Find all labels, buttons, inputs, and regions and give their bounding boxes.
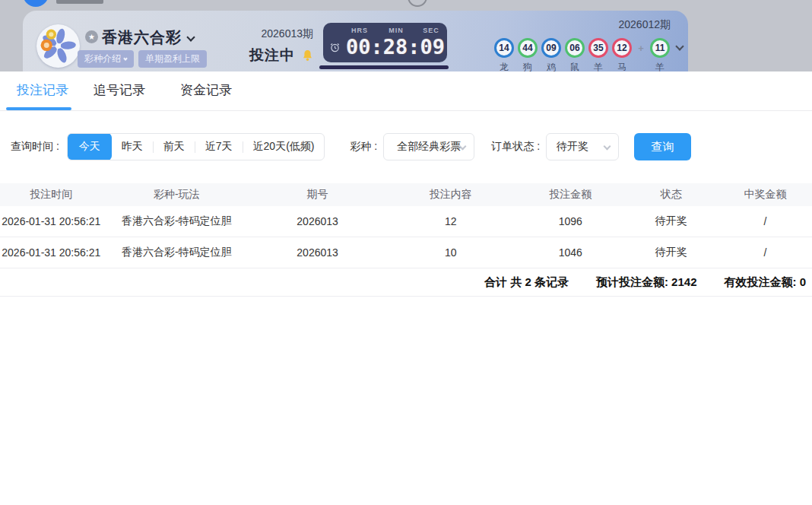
col-win-amount: 中奖金额 xyxy=(718,188,812,202)
zodiac-label: 狗 xyxy=(518,61,538,71)
status-select-value: 待开奖 xyxy=(557,140,588,154)
tab-chase-records[interactable]: 追号记录 xyxy=(94,81,145,110)
result-ball: 35 xyxy=(588,38,608,58)
chevron-down-icon xyxy=(604,143,611,151)
betting-status: 投注中 xyxy=(249,46,295,65)
lottery-name[interactable]: 香港六合彩 xyxy=(102,27,194,48)
order-status-select[interactable]: 待开奖 xyxy=(546,133,619,160)
filter-bar: 查询时间 : 今天 昨天 前天 近7天 近20天(低频) 彩种 : 全部经典彩票… xyxy=(0,133,812,160)
site-logo[interactable] xyxy=(23,0,49,7)
favorite-star-icon[interactable]: ★ xyxy=(85,30,98,43)
status-filter-label: 订单状态 : xyxy=(491,140,540,154)
cell-status: 待开奖 xyxy=(623,246,718,259)
time-option-20days[interactable]: 近20天(低频) xyxy=(243,133,325,160)
cell-game-play: 香港六合彩-特码定位胆 xyxy=(103,214,251,228)
result-ball: 09 xyxy=(541,38,561,58)
time-option-today[interactable]: 今天 xyxy=(68,133,112,160)
site-logo-text xyxy=(56,0,103,4)
table-header-row: 投注时间 彩种-玩法 期号 投注内容 投注金额 状态 中奖金额 xyxy=(0,183,812,206)
result-ball: 06 xyxy=(565,38,585,58)
countdown-timer: HRS MIN SEC 00:28:09 xyxy=(323,23,447,62)
cell-issue: 2026013 xyxy=(251,215,384,227)
zodiac-row: 龙 狗 鸡 鼠 羊 马 羊 xyxy=(494,61,688,71)
result-ball-special: 11 xyxy=(650,38,670,58)
zodiac-label: 羊 xyxy=(588,61,608,71)
cell-bet-amount: 1046 xyxy=(517,246,623,259)
col-issue: 期号 xyxy=(251,188,384,202)
cell-bet-time: 2026-01-31 20:56:21 xyxy=(0,215,103,227)
timer-progress-bar xyxy=(319,65,449,69)
col-status: 状态 xyxy=(623,188,718,202)
lottery-select[interactable]: 全部经典彩票 xyxy=(383,133,474,160)
results-expand-button[interactable] xyxy=(674,43,686,49)
time-option-7days[interactable]: 近7天 xyxy=(195,133,243,160)
lottery-intro-button[interactable]: 彩种介绍 xyxy=(78,50,134,68)
tab-bet-records[interactable]: 投注记录 xyxy=(17,81,68,110)
chevron-down-icon xyxy=(123,56,128,61)
result-ball: 12 xyxy=(612,38,632,58)
col-bet-content: 投注内容 xyxy=(384,188,517,202)
zodiac-label: 鼠 xyxy=(565,61,585,71)
time-filter-group: 今天 昨天 前天 近7天 近20天(低频) xyxy=(67,133,325,160)
zodiac-label: 龙 xyxy=(494,61,514,71)
summary-expected: 预计投注金额: 2142 xyxy=(596,275,697,290)
time-option-yesterday[interactable]: 昨天 xyxy=(112,133,153,160)
tab-fund-records[interactable]: 资金记录 xyxy=(180,81,232,110)
lottery-header: ★ 香港六合彩 彩种介绍 单期盈利上限 2026013期 投注中 xyxy=(0,0,812,71)
cell-win-amount: / xyxy=(718,246,812,259)
alarm-clock-icon xyxy=(330,43,340,52)
cell-bet-content: 12 xyxy=(384,215,517,227)
bell-icon[interactable] xyxy=(302,49,313,62)
lottery-info-panel: ★ 香港六合彩 彩种介绍 单期盈利上限 2026013期 投注中 xyxy=(23,11,688,71)
table-summary-row: 合计 共 2 条记录 预计投注金额: 2142 有效投注金额: 0 xyxy=(0,268,812,297)
cell-bet-amount: 1096 xyxy=(517,215,623,227)
zodiac-label: 羊 xyxy=(650,61,670,71)
col-bet-time: 投注时间 xyxy=(0,188,103,202)
cell-status: 待开奖 xyxy=(623,214,718,228)
summary-total: 合计 共 2 条记录 xyxy=(484,275,569,290)
timer-sec-label: SEC xyxy=(423,27,439,34)
query-button[interactable]: 查询 xyxy=(634,133,691,160)
bet-records-table: 投注时间 彩种-玩法 期号 投注内容 投注金额 状态 中奖金额 2026-01-… xyxy=(0,183,812,297)
chevron-down-icon xyxy=(186,33,195,41)
cell-bet-time: 2026-01-31 20:56:21 xyxy=(0,246,103,259)
cell-issue: 2026013 xyxy=(251,246,384,259)
result-ball: 44 xyxy=(518,38,538,58)
time-option-daybefore[interactable]: 前天 xyxy=(154,133,195,160)
record-tabs: 投注记录 追号记录 资金记录 xyxy=(0,71,812,111)
lottery-select-value: 全部经典彩票 xyxy=(397,140,461,154)
timer-min-label: MIN xyxy=(389,27,404,34)
table-row[interactable]: 2026-01-31 20:56:21 香港六合彩-特码定位胆 2026013 … xyxy=(0,237,812,268)
top-partial-circle xyxy=(408,0,427,7)
cell-win-amount: / xyxy=(718,215,812,227)
plus-separator: + xyxy=(636,43,646,54)
last-issue: 2026012期 xyxy=(494,18,688,32)
zodiac-label: 马 xyxy=(612,61,632,71)
summary-valid: 有效投注金额: 0 xyxy=(724,275,806,290)
timer-value: 00:28:09 xyxy=(346,35,445,59)
table-row[interactable]: 2026-01-31 20:56:21 香港六合彩-特码定位胆 2026013 … xyxy=(0,206,812,237)
current-issue: 2026013期 xyxy=(234,27,313,41)
records-section: 投注记录 追号记录 资金记录 查询时间 : 今天 昨天 前天 近7天 近20天(… xyxy=(0,71,812,297)
col-game-play: 彩种-玩法 xyxy=(103,188,251,202)
draw-results: 2026012期 14 44 09 06 35 12 + 11 龙 狗 鸡 鼠 … xyxy=(494,18,688,71)
zodiac-label: 鸡 xyxy=(541,61,561,71)
result-ball: 14 xyxy=(494,38,514,58)
cell-bet-content: 10 xyxy=(384,246,517,259)
time-filter-label: 查询时间 : xyxy=(11,140,59,154)
profit-cap-button[interactable]: 单期盈利上限 xyxy=(138,50,207,68)
col-bet-amount: 投注金额 xyxy=(517,188,623,202)
cell-game-play: 香港六合彩-特码定位胆 xyxy=(103,246,251,259)
lottery-filter-label: 彩种 : xyxy=(350,140,377,154)
timer-hrs-label: HRS xyxy=(351,27,368,34)
chevron-down-icon xyxy=(675,42,684,50)
lottery-avatar-icon xyxy=(36,24,80,68)
